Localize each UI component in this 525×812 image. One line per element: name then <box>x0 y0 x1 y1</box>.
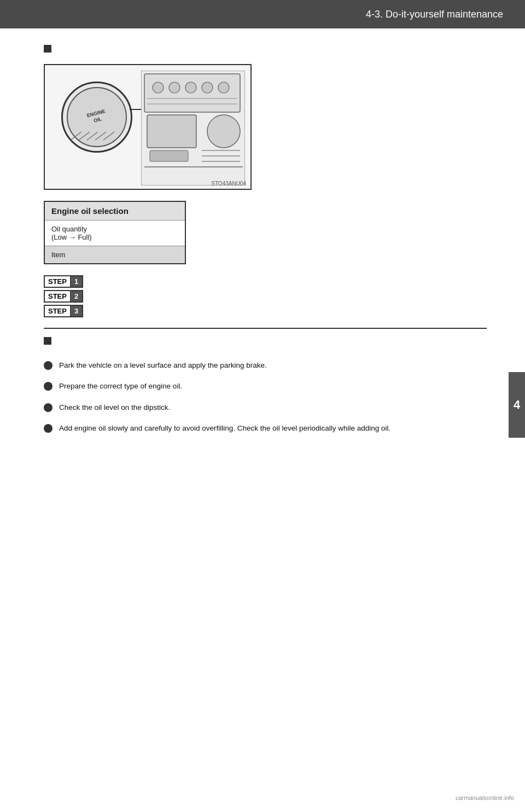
list-item: Add engine oil slowly and carefully to a… <box>44 423 487 434</box>
list-item: Prepare the correct type of engine oil. <box>44 381 487 392</box>
table-header: Engine oil selection <box>44 201 185 221</box>
oil-cap-label: ENGINEOIL <box>86 108 107 126</box>
footer-watermark: carmanualsonline.info <box>456 794 514 801</box>
step-3-label: STEP <box>45 306 71 316</box>
steps-section: STEP 1 STEP 2 STEP 3 <box>44 275 487 320</box>
image-credit: STO43ANU04 <box>211 181 246 187</box>
svg-rect-13 <box>147 115 196 148</box>
step-3-number: 3 <box>71 306 82 316</box>
bullet-text-4: Add engine oil slowly and carefully to a… <box>59 423 487 434</box>
step-2-number: 2 <box>71 291 82 301</box>
side-tab-number: 4 <box>514 398 520 412</box>
quantity-label: Oil quantity(Low → Full) <box>51 225 92 241</box>
section2-marker <box>44 337 51 345</box>
diagram-container: ENGINEOIL <box>44 64 487 190</box>
step-1-button[interactable]: STEP 1 <box>44 275 83 288</box>
oil-cap-inner: ENGINEOIL <box>67 87 127 147</box>
step-1-label: STEP <box>45 276 71 287</box>
step-1-number: 1 <box>71 276 82 287</box>
section-divider <box>44 328 487 329</box>
engine-sketch <box>141 71 245 185</box>
table-row-quantity: Oil quantity(Low → Full) <box>44 221 185 246</box>
table-row-item: Item <box>44 246 185 264</box>
svg-point-14 <box>207 115 240 148</box>
header-bar: 4-3. Do-it-yourself maintenance <box>0 0 525 28</box>
svg-point-10 <box>218 82 229 93</box>
svg-point-8 <box>185 82 196 93</box>
bullet-text-2: Prepare the correct type of engine oil. <box>59 381 487 392</box>
bullet-text-3: Check the oil level on the dipstick. <box>59 402 487 413</box>
table-section: Engine oil selection Oil quantity(Low → … <box>44 201 487 264</box>
bullet-icon-2 <box>44 382 52 391</box>
list-item: Park the vehicle on a level surface and … <box>44 360 487 371</box>
section1-marker <box>44 45 51 53</box>
side-tab: 4 <box>509 372 525 438</box>
selection-table: Engine oil selection Oil quantity(Low → … <box>44 201 186 264</box>
oil-cap-hatching <box>71 132 125 142</box>
bullet-text-1: Park the vehicle on a level surface and … <box>59 360 487 371</box>
header-title: 4-3. Do-it-yourself maintenance <box>366 9 503 20</box>
engine-sketch-lines <box>142 71 244 185</box>
svg-point-7 <box>169 82 180 93</box>
svg-point-6 <box>153 82 164 93</box>
svg-point-9 <box>202 82 213 93</box>
step-2-button[interactable]: STEP 2 <box>44 290 83 303</box>
step-3-button[interactable]: STEP 3 <box>44 305 83 317</box>
bullet-icon-1 <box>44 361 52 370</box>
svg-rect-15 <box>150 150 188 161</box>
bullet-list: Park the vehicle on a level surface and … <box>44 360 487 434</box>
bullet-icon-3 <box>44 403 52 412</box>
engine-svg <box>142 71 245 185</box>
step-2-label: STEP <box>45 291 71 301</box>
oil-cap: ENGINEOIL <box>61 82 132 153</box>
bullet-icon-4 <box>44 424 52 433</box>
second-section: Park the vehicle on a level surface and … <box>44 337 487 434</box>
main-content: ENGINEOIL <box>0 28 509 460</box>
diagram-box: ENGINEOIL <box>44 64 252 190</box>
list-item: Check the oil level on the dipstick. <box>44 402 487 413</box>
